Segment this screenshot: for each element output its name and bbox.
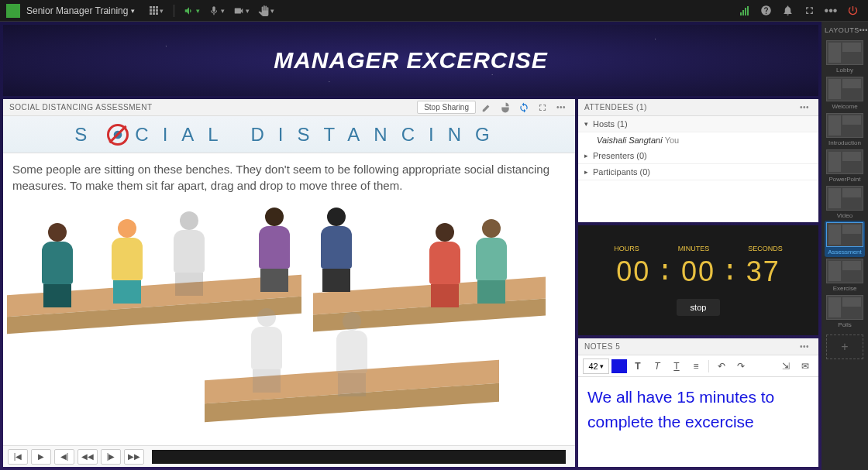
layout-item-exercise[interactable]: Exercise <box>825 257 865 293</box>
layout-item-introduction[interactable]: Introduction <box>825 111 865 148</box>
person-4[interactable] <box>313 208 360 293</box>
end-session-button[interactable] <box>843 2 862 19</box>
layouts-title: LAYOUTS <box>825 26 859 34</box>
timer-display: 00:00:37 <box>616 256 780 288</box>
layout-item-assessment[interactable]: Assessment <box>825 221 865 257</box>
rewind-button[interactable]: ◀◀ <box>78 449 98 465</box>
prev-button[interactable]: ◀| <box>54 449 74 465</box>
layout-thumb-icon <box>826 113 863 138</box>
person-5[interactable] <box>422 223 468 308</box>
presenters-group[interactable]: ▸Presenters (0) <box>578 148 818 164</box>
workspace: MANAGER EXCERCISE SOCIAL DISTANCING ASSE… <box>0 22 822 470</box>
person-3[interactable] <box>251 208 298 293</box>
content-heading: S CIAL DISTANCING <box>3 116 575 153</box>
layout-thumb-icon <box>826 222 863 247</box>
webcam-button[interactable]: ▾ <box>230 2 252 19</box>
raise-hand-button[interactable]: ▾ <box>255 2 277 19</box>
progress-bar[interactable] <box>152 450 566 464</box>
font-size-select[interactable]: 42▾ <box>583 359 609 374</box>
top-toolbar: Senior Manager Training▾ ▾ ▾ ▾ ▾ ▾ ••• <box>0 0 868 22</box>
notifications-button[interactable] <box>778 2 797 19</box>
share-pod-title: SOCIAL DISTANCING ASSESSMENT <box>9 103 153 111</box>
person-ghost-3[interactable] <box>329 312 375 397</box>
svg-point-0 <box>114 130 122 139</box>
content-body[interactable]: Some people are sitting on these benches… <box>3 153 575 445</box>
layout-item-welcome[interactable]: Welcome <box>825 75 865 111</box>
font-color-button[interactable] <box>611 359 627 373</box>
attendees-menu-icon[interactable]: ••• <box>797 100 812 115</box>
person-ghost-2[interactable] <box>243 308 290 393</box>
person-2[interactable] <box>104 219 150 304</box>
italic-button[interactable]: T <box>649 359 666 374</box>
timer-stop-button[interactable]: stop <box>677 299 721 316</box>
layout-thumb-icon <box>826 149 863 174</box>
microphone-button[interactable]: ▾ <box>205 2 227 19</box>
person-1[interactable] <box>34 223 81 308</box>
layout-thumb-icon <box>826 259 863 283</box>
layout-thumb-icon <box>826 295 863 320</box>
play-button[interactable]: ▶ <box>31 449 51 465</box>
help-button[interactable] <box>756 2 775 19</box>
sync-tool-icon[interactable] <box>516 100 532 115</box>
participants-group[interactable]: ▸Participants (0) <box>578 164 818 180</box>
instructions-text: Some people are sitting on these benches… <box>12 161 566 194</box>
banner: MANAGER EXCERCISE <box>3 25 818 96</box>
notes-title: NOTES 5 <box>584 342 620 351</box>
bold-button[interactable]: T <box>629 359 646 374</box>
bullets-button[interactable]: ≡ <box>687 359 704 374</box>
person-ghost-1[interactable] <box>166 211 212 297</box>
layout-item-polls[interactable]: Polls <box>825 293 865 330</box>
layout-item-lobby[interactable]: Lobby <box>825 39 865 75</box>
banner-title: MANAGER EXCERCISE <box>274 47 548 74</box>
layout-item-powerpoint[interactable]: PowerPoint <box>825 148 865 184</box>
layout-thumb-icon <box>826 40 863 65</box>
hosts-group[interactable]: ▾Hosts (1) <box>578 116 818 132</box>
share-pod: SOCIAL DISTANCING ASSESSMENT Stop Sharin… <box>3 99 575 467</box>
notes-content[interactable]: We all have 15 minutes to complete the e… <box>578 377 818 441</box>
layout-thumb-icon <box>826 186 863 211</box>
stop-sharing-button[interactable]: Stop Sharing <box>417 101 476 114</box>
fullscreen-pod-icon[interactable] <box>535 100 550 115</box>
media-controls: |◀ ▶ ◀| ◀◀ |▶ ▶▶ <box>3 445 575 467</box>
layout-grid-button[interactable]: ▾ <box>146 2 167 19</box>
layout-thumb-icon <box>826 77 863 101</box>
timer-pod: HOURSMINUTESSECONDS 00:00:37 stop <box>578 225 818 335</box>
attendees-title: ATTENDEES <box>584 103 634 111</box>
person-6[interactable] <box>468 219 515 304</box>
layout-item-video[interactable]: Video <box>825 184 865 221</box>
redo-button[interactable]: ↷ <box>732 359 749 374</box>
notes-pod: NOTES 5••• 42▾ T T T ≡ ↶ ↷ ⇲ ✉ We all ha… <box>578 338 818 467</box>
fullscreen-button[interactable] <box>800 2 818 19</box>
app-logo-icon[interactable] <box>6 4 20 18</box>
next-button[interactable]: |▶ <box>101 449 121 465</box>
attendee-host-user[interactable]: Vaishali Sangtani You <box>578 132 818 148</box>
draw-tool-icon[interactable] <box>479 100 494 115</box>
first-button[interactable]: |◀ <box>8 449 28 465</box>
export-button[interactable]: ⇲ <box>777 359 794 374</box>
undo-button[interactable]: ↶ <box>713 359 730 374</box>
notes-menu-icon[interactable]: ••• <box>797 339 812 355</box>
share-pod-header: SOCIAL DISTANCING ASSESSMENT Stop Sharin… <box>3 99 575 116</box>
more-options-button[interactable]: ••• <box>822 2 840 19</box>
connection-status-icon[interactable] <box>735 2 753 19</box>
pointer-tool-icon[interactable] <box>498 100 513 115</box>
email-button[interactable]: ✉ <box>797 359 814 374</box>
layouts-panel: LAYOUTS••• LobbyWelcomeIntroductionPower… <box>822 22 868 470</box>
prohibition-icon <box>107 124 129 146</box>
add-layout-button[interactable]: + <box>826 334 863 359</box>
pod-menu-icon[interactable]: ••• <box>553 100 569 115</box>
session-title-dropdown[interactable]: Senior Manager Training▾ <box>26 5 135 16</box>
layouts-menu-icon[interactable]: ••• <box>859 26 868 34</box>
underline-button[interactable]: T <box>668 359 685 374</box>
speaker-button[interactable]: ▾ <box>181 2 202 19</box>
attendees-pod: ATTENDEES (1)••• ▾Hosts (1) Vaishali San… <box>578 99 818 222</box>
forward-button[interactable]: ▶▶ <box>124 449 144 465</box>
